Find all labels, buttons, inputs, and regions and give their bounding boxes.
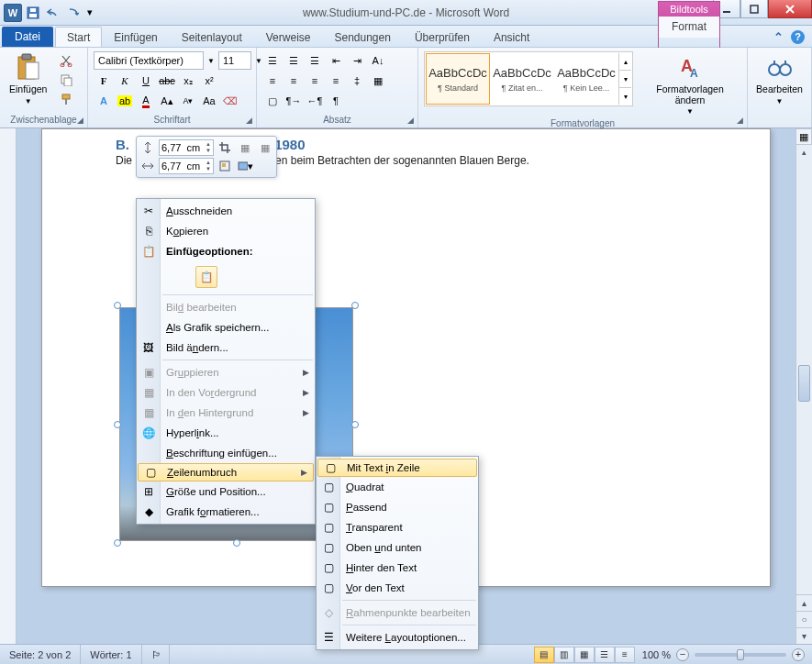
view-draft-icon[interactable]: ≡ <box>615 647 635 663</box>
cut-icon[interactable] <box>56 51 76 70</box>
menu-cut[interactable]: ✂Ausschneiden <box>137 201 315 221</box>
tab-mailings[interactable]: Sendungen <box>322 27 402 47</box>
height-spinner[interactable]: ▲▼ <box>159 139 214 156</box>
gallery-up-icon[interactable]: ▴ <box>619 53 631 70</box>
app-icon[interactable]: W <box>4 4 22 22</box>
font-color-icon[interactable]: A <box>136 92 156 110</box>
align-center-icon[interactable]: ≡ <box>284 72 304 90</box>
change-case-icon[interactable]: Aa <box>199 92 219 110</box>
multilevel-icon[interactable]: ☰ <box>305 51 325 70</box>
wrap-behind[interactable]: ▢Hinter den Text <box>317 558 478 578</box>
width-up-icon[interactable]: ▲ <box>204 160 213 166</box>
vertical-scrollbar[interactable]: ▴ ▾ <box>795 145 812 627</box>
paragraph-launcher-icon[interactable]: ◢ <box>405 115 416 126</box>
style-gallery[interactable]: AaBbCcDc ¶ Standard AaBbCcDc ¶ Zitat en.… <box>424 51 633 106</box>
text-effects-icon[interactable]: A <box>94 92 114 110</box>
borders-icon[interactable]: ▢ <box>262 92 283 110</box>
align-left-icon[interactable]: ≡ <box>262 72 283 90</box>
show-marks-icon[interactable]: ¶ <box>326 92 346 110</box>
zoom-slider[interactable] <box>695 653 786 657</box>
superscript-icon[interactable]: x² <box>199 72 219 90</box>
font-launcher-icon[interactable]: ◢ <box>243 115 254 126</box>
clipboard-launcher-icon[interactable]: ◢ <box>74 115 85 126</box>
align-right-icon[interactable]: ≡ <box>305 72 325 90</box>
clear-format-icon[interactable]: ⌫ <box>220 92 240 110</box>
status-language[interactable]: 🏳 <box>142 645 170 664</box>
gallery-down-icon[interactable]: ▾ <box>619 70 631 87</box>
redo-icon[interactable] <box>64 4 83 22</box>
numbering-icon[interactable]: ☰ <box>284 51 304 70</box>
wrap-inline[interactable]: ▢Mit Text in Zeile <box>317 459 477 477</box>
width-input[interactable] <box>160 160 204 172</box>
styles-launcher-icon[interactable]: ◢ <box>734 115 745 126</box>
bullets-icon[interactable]: ☰ <box>262 51 283 70</box>
menu-size-position[interactable]: ⊞Größe und Position... <box>137 481 315 502</box>
save-icon[interactable] <box>24 4 42 22</box>
height-up-icon[interactable]: ▲ <box>204 141 213 148</box>
shading-icon[interactable]: ▦ <box>368 72 388 90</box>
browse-object-icon[interactable]: ○ <box>796 611 812 627</box>
subscript-icon[interactable]: x₂ <box>178 72 198 90</box>
zoom-level[interactable]: 100 % <box>642 649 671 660</box>
strike-icon[interactable]: abc <box>157 72 177 90</box>
line-spacing-icon[interactable]: ‡ <box>347 72 367 90</box>
underline-icon[interactable]: U <box>136 72 156 90</box>
copy-icon[interactable] <box>56 71 76 89</box>
tab-pagelayout[interactable]: Seitenlayout <box>170 27 254 47</box>
align-justify-icon[interactable]: ≡ <box>326 72 346 90</box>
menu-copy[interactable]: ⎘Kopieren <box>137 221 315 241</box>
tab-format[interactable]: Format <box>659 17 719 38</box>
highlight-icon[interactable]: ab <box>115 92 135 110</box>
editing-button[interactable]: Bearbeiten ▼ <box>753 51 806 107</box>
file-tab[interactable]: Datei <box>2 27 53 47</box>
tab-references[interactable]: Verweise <box>254 27 323 47</box>
ltr-icon[interactable]: ¶→ <box>284 92 304 110</box>
paste-keep-source-icon[interactable]: 📋 <box>195 266 217 288</box>
ruler-toggle-icon[interactable]: ▦ <box>795 128 812 145</box>
wrap-square[interactable]: ▢Quadrat <box>317 477 478 497</box>
bring-forward-mini-icon[interactable]: ▦ <box>236 139 254 156</box>
maximize-button[interactable] <box>740 0 768 18</box>
close-button[interactable] <box>768 0 812 18</box>
style-nospacing[interactable]: AaBbCcDc ¶ Kein Lee... <box>554 53 618 105</box>
width-down-icon[interactable]: ▼ <box>204 166 213 172</box>
wrap-infront[interactable]: ▢Vor den Text <box>317 578 478 598</box>
increase-indent-icon[interactable]: ⇥ <box>347 51 367 70</box>
qat-customize-icon[interactable]: ▾ <box>84 4 95 22</box>
font-name-combo[interactable]: Calibri (Textkörper) <box>94 51 204 70</box>
style-quote[interactable]: AaBbCcDc ¶ Zitat en... <box>490 53 554 105</box>
position-mini-icon[interactable] <box>216 158 234 174</box>
tab-insert[interactable]: Einfügen <box>102 27 169 47</box>
tab-view[interactable]: Ansicht <box>482 27 541 47</box>
sort-icon[interactable]: A↓ <box>368 51 388 70</box>
style-standard[interactable]: AaBbCcDc ¶ Standard <box>426 53 490 105</box>
menu-save-as-picture[interactable]: Als Grafik speichern... <box>137 317 315 338</box>
help-icon[interactable]: ? <box>791 30 805 44</box>
next-page-icon[interactable]: ▾ <box>796 627 812 644</box>
height-down-icon[interactable]: ▼ <box>204 148 213 154</box>
paste-button[interactable]: Einfügen ▼ <box>6 51 50 107</box>
prev-page-icon[interactable]: ▴ <box>796 594 812 611</box>
zoom-out-icon[interactable]: − <box>676 648 689 661</box>
picture-style-mini-icon[interactable]: ▾ <box>236 158 254 174</box>
bold-icon[interactable]: F <box>94 72 114 90</box>
menu-paste-opt[interactable]: 📋 <box>137 261 315 293</box>
change-styles-button[interactable]: AA Formatvorlagen ändern ▼ <box>639 51 741 117</box>
menu-caption[interactable]: Beschriftung einfügen... <box>137 443 315 463</box>
wrap-tight[interactable]: ▢Passend <box>317 497 478 517</box>
menu-change-picture[interactable]: 🖼Bild ändern... <box>137 338 315 358</box>
width-spinner[interactable]: ▲▼ <box>159 158 214 174</box>
scroll-thumb[interactable] <box>798 365 810 402</box>
undo-icon[interactable] <box>44 4 62 22</box>
font-size-combo[interactable]: 11 <box>218 51 251 70</box>
grow-font-icon[interactable]: A▴ <box>157 92 177 110</box>
send-backward-mini-icon[interactable]: ▦ <box>256 139 274 156</box>
crop-icon[interactable] <box>216 139 234 156</box>
menu-hyperlink[interactable]: 🌐Hyperlink... <box>137 423 315 443</box>
view-fullscreen-icon[interactable]: ▥ <box>554 647 574 663</box>
menu-format-picture[interactable]: ◆Grafik formatieren... <box>137 502 315 522</box>
format-painter-icon[interactable] <box>56 90 76 108</box>
height-input[interactable] <box>160 142 204 153</box>
decrease-indent-icon[interactable]: ⇤ <box>326 51 346 70</box>
view-outline-icon[interactable]: ☰ <box>595 647 615 663</box>
